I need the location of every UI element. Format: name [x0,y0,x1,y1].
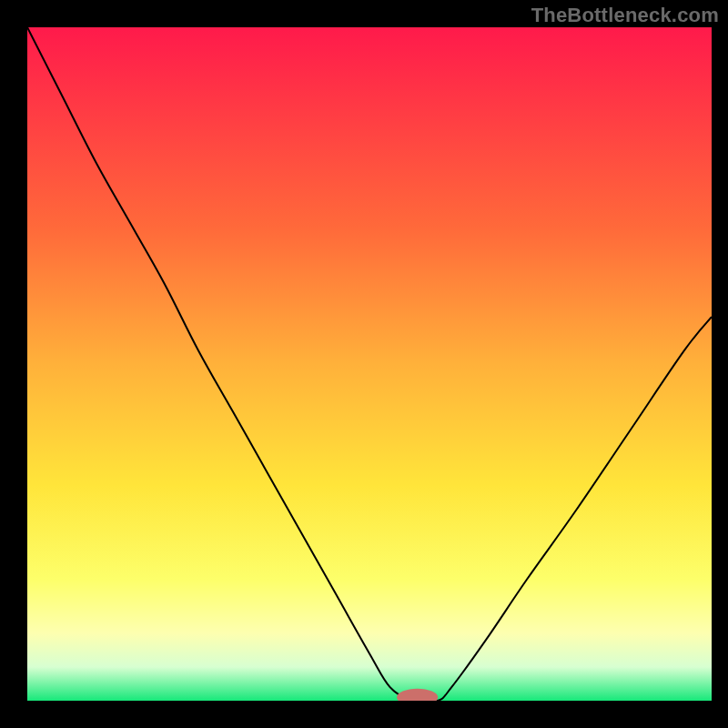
plot-area [27,27,712,701]
chart-frame: TheBottleneck.com [0,0,728,728]
watermark-text: TheBottleneck.com [531,4,719,27]
chart-background [27,27,712,701]
chart-svg [27,27,712,701]
